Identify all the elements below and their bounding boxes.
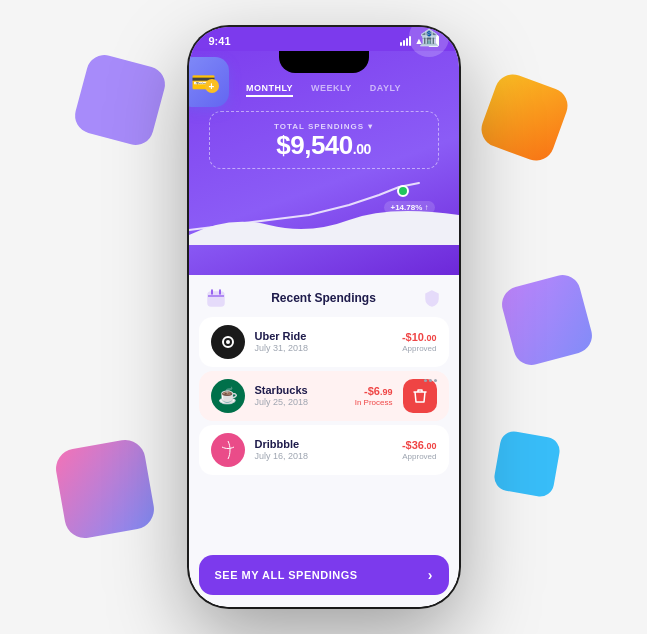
chevron-down-icon: ▾ xyxy=(368,122,373,131)
see-all-button[interactable]: SEE MY ALL SPENDINGS › xyxy=(199,555,449,595)
starbucks-info: Starbucks July 25, 2018 xyxy=(255,384,345,407)
starbucks-amount: -$6.99 xyxy=(355,385,393,397)
content-area: Recent Spendings Uber Ride July 31, xyxy=(189,275,459,607)
dribbble-logo xyxy=(211,433,245,467)
header-section: 9:41 ▲ ▮ MONTHLY WEEKLY DAY xyxy=(189,27,459,275)
bank-icon: 🏦 xyxy=(419,28,439,47)
transaction-list: Uber Ride July 31, 2018 -$10.00 Approved… xyxy=(189,317,459,547)
phone-notch xyxy=(279,51,369,73)
wave-background xyxy=(189,205,459,245)
see-all-label: SEE MY ALL SPENDINGS xyxy=(215,569,358,581)
starbucks-logo: ☕ xyxy=(211,379,245,413)
dribbble-name: Dribbble xyxy=(255,438,392,450)
starbucks-date: July 25, 2018 xyxy=(255,397,345,407)
dribbble-amount-section: -$36.00 Approved xyxy=(402,439,437,461)
blob-top-left xyxy=(71,51,169,149)
dribbble-status: Approved xyxy=(402,452,437,461)
blob-bottom-right xyxy=(492,429,562,499)
svg-point-7 xyxy=(219,441,237,459)
shield-icon xyxy=(421,287,443,309)
tab-daily[interactable]: DAYLY xyxy=(370,83,401,97)
blob-mid-right xyxy=(498,271,596,369)
phone-frame: 9:41 ▲ ▮ MONTHLY WEEKLY DAY xyxy=(189,27,459,607)
dribbble-amount: -$36.00 xyxy=(402,439,437,451)
nav-tabs: MONTHLY WEEKLY DAYLY xyxy=(189,73,459,105)
spendings-header: Recent Spendings xyxy=(189,275,459,317)
transaction-dribbble: Dribbble July 16, 2018 -$36.00 Approved xyxy=(199,425,449,475)
chart-area: +14.78% ↑ xyxy=(189,175,459,245)
three-dots xyxy=(424,379,437,382)
svg-point-6 xyxy=(226,340,230,344)
starbucks-amount-section: -$6.99 In Process xyxy=(355,385,393,407)
uber-name: Uber Ride xyxy=(255,330,392,342)
see-all-arrow-icon: › xyxy=(428,567,433,583)
uber-logo xyxy=(211,325,245,359)
blob-bottom-left xyxy=(53,437,157,541)
spendings-title: Recent Spendings xyxy=(271,291,376,305)
tab-weekly[interactable]: WEEKLY xyxy=(311,83,352,97)
svg-rect-0 xyxy=(208,292,224,306)
starbucks-name: Starbucks xyxy=(255,384,345,396)
wallet-icon-container: 💳 + xyxy=(189,57,229,107)
uber-amount-section: -$10.00 Approved xyxy=(402,331,437,353)
dribbble-info: Dribbble July 16, 2018 xyxy=(255,438,392,461)
total-amount: $9,540.00 xyxy=(224,131,424,160)
status-time: 9:41 xyxy=(209,35,231,47)
delete-button[interactable] xyxy=(403,379,437,413)
calendar-icon xyxy=(205,287,227,309)
chart-dot xyxy=(397,185,409,197)
plus-badge: + xyxy=(205,79,219,93)
uber-date: July 31, 2018 xyxy=(255,343,392,353)
transaction-uber: Uber Ride July 31, 2018 -$10.00 Approved xyxy=(199,317,449,367)
uber-status: Approved xyxy=(402,344,437,353)
total-card: TOTAL SPENDINGS ▾ $9,540.00 xyxy=(209,111,439,169)
starbucks-status: In Process xyxy=(355,398,393,407)
tab-monthly[interactable]: MONTHLY xyxy=(246,83,293,97)
dribbble-date: July 16, 2018 xyxy=(255,451,392,461)
blob-top-right xyxy=(476,69,572,165)
uber-amount: -$10.00 xyxy=(402,331,437,343)
uber-info: Uber Ride July 31, 2018 xyxy=(255,330,392,353)
bank-icon-container: 🏦 xyxy=(409,27,449,57)
phone-screen: 9:41 ▲ ▮ MONTHLY WEEKLY DAY xyxy=(189,27,459,607)
transaction-starbucks: ☕ Starbucks July 25, 2018 -$6.99 In Proc… xyxy=(199,371,449,421)
